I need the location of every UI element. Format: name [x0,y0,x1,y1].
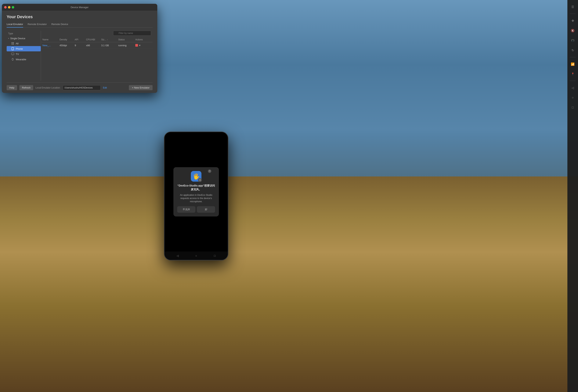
content-area: Type ▾ Single Device [7,31,152,81]
recent-icon[interactable]: □ [570,104,576,110]
confirm-button[interactable]: 好 [197,206,215,213]
col-cpu-abi: CPU/ABI [86,38,101,41]
menu-icon[interactable]: ☰ [570,4,576,10]
sidebar-item-label-wearable: Wearable [16,58,26,61]
title-bar: Device Manager [2,4,157,11]
sidebar-item-tv[interactable]: TV [7,51,41,57]
grid-icon [11,42,14,45]
sidebar-item-wearable[interactable]: Wearable [7,57,41,62]
phone-icon [11,47,14,50]
svg-rect-2 [11,53,14,55]
svg-rect-5 [12,58,13,60]
sidebar-item-label-tv: TV [16,53,19,55]
home-icon[interactable]: ○ [570,95,576,101]
device-name[interactable]: New_... [43,44,59,47]
phone-mockup: 🖐 🎙 ? “DevEco-Studio.app”想要访问麦克风。 An app… [158,132,234,260]
dropdown-button[interactable]: ▾ [139,44,141,47]
separator2 [570,57,576,57]
device-api: 9 [75,44,86,47]
window-title: Device Manager [71,6,89,9]
phone-nav: ◁ ○ □ [164,251,228,260]
cursor-icon[interactable]: ✥ [570,18,576,24]
svg-rect-6 [12,58,13,59]
back-nav-button[interactable]: ◁ [176,254,180,258]
deny-button[interactable]: 不允许 [177,206,195,213]
sidebar-item-all[interactable]: All [7,41,41,46]
device-actions: ▾ [135,44,150,47]
device-density: 450dpi [59,44,75,47]
tab-bar: Local Emulator Remote Emulator Remote De… [7,23,152,28]
table-row: New_... 450dpi 9 x86 3.1 GB running ▾ [41,42,152,49]
page-title: Your Devices [7,14,152,19]
tab-remote-emulator[interactable]: Remote Emulator [28,23,47,28]
traffic-lights [4,6,14,8]
location-input[interactable] [63,85,101,90]
dialog-description: An application in DevEco Studio requests… [177,194,215,203]
phone-screen: 🖐 🎙 ? “DevEco-Studio.app”想要访问麦克风。 An app… [164,132,228,251]
stop-button[interactable] [135,44,138,47]
refresh-button[interactable]: Refresh [19,85,33,90]
device-size: 3.1 GB [101,44,118,47]
tv-icon [11,52,14,55]
chevron-down-icon: ▾ [8,37,9,40]
sidebar-group-header-single-device[interactable]: ▾ Single Device [7,36,41,41]
wifi-icon[interactable]: 📶 [570,61,576,67]
table-area: 🔍 Name Density API CPU/ABI Siz... ↑ Stat… [41,31,152,81]
separator [570,14,576,14]
col-size[interactable]: Siz... ↑ [101,38,118,41]
sidebar-group-label: Single Device [10,37,25,40]
sidebar-item-phone[interactable]: Phone [7,46,41,51]
permission-dialog: 🖐 🎙 ? “DevEco-Studio.app”想要访问麦克风。 An app… [173,167,219,216]
col-density: Density [59,38,75,41]
sidebar-item-label-all: All [16,42,18,45]
tab-remote-device[interactable]: Remote Device [51,23,68,28]
col-name: Name [43,38,59,41]
bottom-bar: Help Refresh Local Emulator Location: Ed… [7,82,152,93]
col-actions: Actions [135,38,150,41]
app-icon-container: 🖐 🎙 ? [191,171,201,182]
mic-badge: 🎙 [198,178,202,182]
window-body: Your Devices Local Emulator Remote Emula… [2,11,157,93]
maximize-button[interactable] [12,6,14,8]
dialog-title: “DevEco-Studio.app”想要访问麦克风。 [177,184,215,191]
device-cpu-abi: x86 [86,44,101,47]
watch-icon [11,58,14,61]
close-button[interactable] [4,6,7,8]
dialog-buttons: 不允许 好 [177,206,215,213]
edit-link[interactable]: Edit [103,87,107,89]
location-icon[interactable]: 📍 [570,71,576,77]
new-emulator-button[interactable]: + New Emulator [129,85,152,90]
device-status: running [118,44,135,47]
sidebar-item-label-phone: Phone [16,48,23,50]
location-label: Local Emulator Location: [35,87,60,89]
minimize-button[interactable] [8,6,10,8]
tab-local-emulator[interactable]: Local Emulator [7,23,23,28]
back-icon[interactable]: ◁ [570,85,576,91]
sidebar: Type ▾ Single Device [7,31,41,81]
rotate-icon[interactable]: ↻ [570,47,576,53]
sidebar-group-single-device: ▾ Single Device All [7,36,41,62]
recent-nav-button[interactable]: □ [213,254,217,258]
table-header: Name Density API CPU/ABI Siz... ↑ Status… [41,37,152,42]
help-button[interactable]: Help [7,85,17,90]
right-panel: ☰ ✥ 🔇 📳 ↻ 📶 📍 ◁ ○ □ [567,0,578,392]
svg-point-1 [12,49,13,50]
filter-row: 🔍 [41,31,152,37]
col-status: Status [118,38,135,41]
svg-rect-7 [12,60,13,61]
filter-wrapper: 🔍 [113,31,151,36]
home-nav-button[interactable]: ○ [194,254,198,258]
sort-arrow-icon: ↑ [107,39,108,41]
phone-body: 🖐 🎙 ? “DevEco-Studio.app”想要访问麦克风。 An app… [164,132,228,260]
search-input[interactable] [113,31,151,36]
help-badge: ? [208,169,211,173]
mute-icon[interactable]: 🔇 [570,28,576,34]
bg-trees-bottom [0,177,578,392]
device-manager-window: Device Manager Your Devices Local Emulat… [2,4,157,93]
sidebar-type-header: Type [7,32,41,36]
vibrate-icon[interactable]: 📳 [570,37,576,44]
col-api: API [75,38,86,41]
